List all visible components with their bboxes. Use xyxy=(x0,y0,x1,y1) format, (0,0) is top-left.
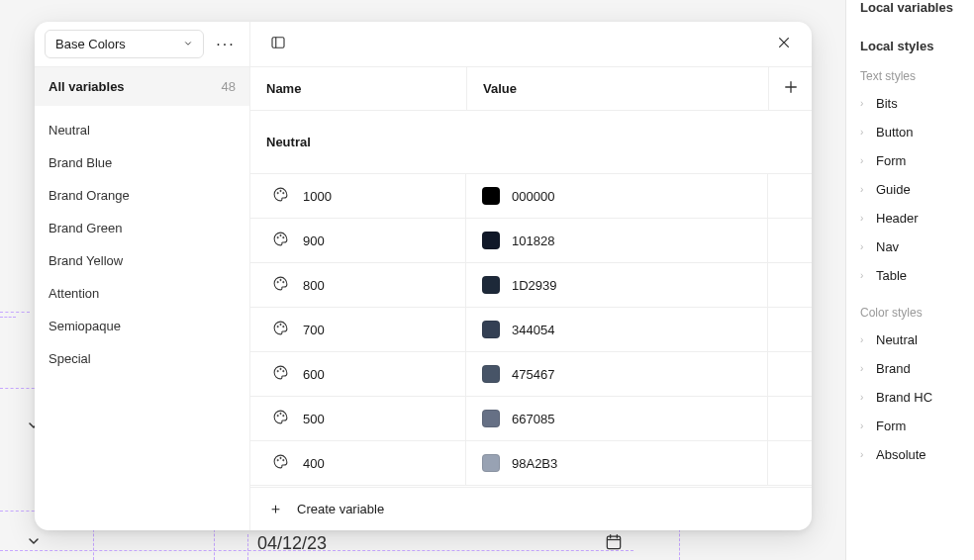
variable-hex: 667085 xyxy=(512,412,554,426)
variable-hex: 98A2B3 xyxy=(512,456,557,471)
date-input[interactable]: 04/12/23 xyxy=(257,532,624,555)
color-style-absolute[interactable]: ›Absolute xyxy=(846,440,974,469)
section-local-styles[interactable]: Local styles xyxy=(846,25,974,63)
group-item-special[interactable]: Special xyxy=(35,342,249,375)
chevron-right-icon: › xyxy=(860,155,866,166)
svg-point-21 xyxy=(280,457,281,458)
variable-hex: 000000 xyxy=(512,189,554,204)
chevron-right-icon: › xyxy=(860,270,866,281)
text-style-form[interactable]: ›Form xyxy=(846,146,974,175)
group-item-brand-yellow[interactable]: Brand Yellow xyxy=(35,244,249,277)
text-style-bits[interactable]: ›Bits xyxy=(846,89,974,118)
group-item-semiopaque[interactable]: Semiopaque xyxy=(35,310,249,342)
plus-icon: ＋ xyxy=(268,500,283,518)
variable-row[interactable]: 500 667085 xyxy=(250,397,812,441)
variable-hex: 1D2939 xyxy=(512,278,557,293)
collection-name: Base Colors xyxy=(55,37,126,51)
variable-row[interactable]: 1000 000000 xyxy=(250,174,812,219)
svg-point-2 xyxy=(277,192,278,193)
svg-point-4 xyxy=(283,192,284,193)
palette-icon xyxy=(272,409,289,428)
chevron-right-icon: › xyxy=(860,241,866,252)
variable-actions xyxy=(768,352,812,396)
more-icon: ··· xyxy=(216,36,235,53)
group-item-brand-orange[interactable]: Brand Orange xyxy=(35,179,249,212)
svg-rect-1 xyxy=(272,38,284,48)
more-options-button[interactable]: ··· xyxy=(212,31,240,58)
color-style-brand-hc[interactable]: ›Brand HC xyxy=(846,383,974,412)
svg-point-12 xyxy=(280,324,281,325)
date-value: 04/12/23 xyxy=(257,533,327,554)
svg-point-20 xyxy=(277,459,278,460)
group-item-brand-blue[interactable]: Brand Blue xyxy=(35,146,249,179)
column-header-name: Name xyxy=(250,81,466,96)
variables-popover: Base Colors ··· All variables 48 Neutral… xyxy=(35,22,812,530)
color-swatch xyxy=(482,232,500,249)
svg-point-10 xyxy=(283,281,284,282)
text-style-header[interactable]: ›Header xyxy=(846,204,974,233)
text-style-nav[interactable]: ›Nav xyxy=(846,233,974,261)
text-style-guide[interactable]: ›Guide xyxy=(846,175,974,204)
group-list: Neutral Brand Blue Brand Orange Brand Gr… xyxy=(35,106,249,383)
palette-icon xyxy=(272,275,289,295)
variable-actions xyxy=(768,397,812,440)
variable-row[interactable]: 700 344054 xyxy=(250,308,812,352)
svg-point-19 xyxy=(283,415,284,416)
column-header-value: Value xyxy=(466,67,768,110)
popover-main-header xyxy=(250,22,812,67)
palette-icon xyxy=(272,364,289,384)
close-icon xyxy=(777,36,791,52)
variable-name: 700 xyxy=(303,323,325,337)
palette-icon xyxy=(272,231,289,250)
variable-name: 400 xyxy=(303,456,325,471)
variable-row[interactable]: 600 475467 xyxy=(250,352,812,397)
sidebar-toggle-button[interactable] xyxy=(264,31,292,58)
svg-point-11 xyxy=(277,326,278,327)
variable-name: 900 xyxy=(303,233,325,248)
subhead-text-styles: Text styles xyxy=(846,63,974,89)
palette-icon xyxy=(272,186,289,206)
variable-actions xyxy=(768,441,812,485)
chevron-down-icon xyxy=(26,533,42,552)
chevron-right-icon: › xyxy=(860,363,866,374)
color-swatch xyxy=(482,410,500,427)
variables-rows: 1000 000000 900 101828 xyxy=(250,174,812,487)
section-local-variables[interactable]: Local variables xyxy=(846,0,974,25)
close-button[interactable] xyxy=(770,31,798,58)
create-variable-label: Create variable xyxy=(297,502,384,516)
color-style-brand[interactable]: ›Brand xyxy=(846,354,974,383)
variable-name: 800 xyxy=(303,278,325,293)
add-mode-button[interactable] xyxy=(768,67,812,110)
color-style-form[interactable]: ›Form xyxy=(846,412,974,440)
create-variable-button[interactable]: ＋ Create variable xyxy=(250,487,812,530)
inspector-panel: Local variables Local styles Text styles… xyxy=(845,0,974,560)
variable-row[interactable]: 400 98A2B3 xyxy=(250,441,812,486)
svg-point-5 xyxy=(277,236,278,237)
variable-name: 1000 xyxy=(303,189,332,204)
text-style-table[interactable]: ›Table xyxy=(846,261,974,290)
group-title: Neutral xyxy=(250,111,812,174)
popover-sidebar: Base Colors ··· All variables 48 Neutral… xyxy=(35,22,250,530)
all-variables-row[interactable]: All variables 48 xyxy=(35,67,249,106)
svg-point-16 xyxy=(283,370,284,371)
variable-hex: 101828 xyxy=(512,233,554,248)
chevron-right-icon: › xyxy=(860,98,866,109)
variable-row[interactable]: 800 1D2939 xyxy=(250,263,812,308)
svg-point-14 xyxy=(277,370,278,371)
svg-point-13 xyxy=(283,326,284,327)
variable-row[interactable]: 900 101828 xyxy=(250,219,812,263)
plus-icon xyxy=(784,80,798,97)
svg-point-22 xyxy=(283,459,284,460)
group-item-neutral[interactable]: Neutral xyxy=(35,114,249,146)
variable-hex: 344054 xyxy=(512,323,554,337)
color-swatch xyxy=(482,321,500,338)
group-item-brand-green[interactable]: Brand Green xyxy=(35,212,249,244)
variable-name: 500 xyxy=(303,412,325,426)
svg-point-3 xyxy=(280,190,281,191)
text-style-button[interactable]: ›Button xyxy=(846,118,974,146)
collection-select[interactable]: Base Colors xyxy=(45,30,204,58)
variable-actions xyxy=(768,263,812,307)
svg-point-17 xyxy=(277,415,278,416)
group-item-attention[interactable]: Attention xyxy=(35,277,249,310)
color-style-neutral[interactable]: ›Neutral xyxy=(846,326,974,354)
